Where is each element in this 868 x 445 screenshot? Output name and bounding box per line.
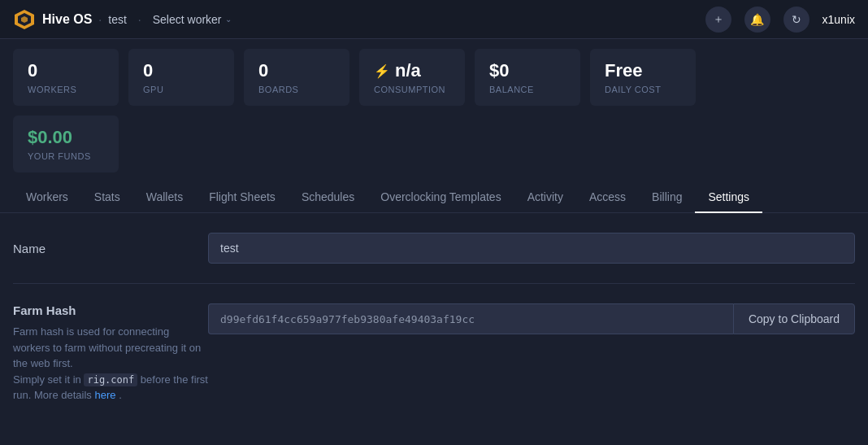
- stats-row: 0 WORKERS 0 GPU 0 BOARDS ⚡ n/a CONSUMPTI…: [0, 39, 868, 116]
- logo-text: Hive OS: [42, 12, 92, 27]
- farm-hash-desc-4: More details: [34, 389, 92, 401]
- tab-billing[interactable]: Billing: [639, 182, 695, 213]
- workers-value: 0: [28, 60, 104, 81]
- tab-access[interactable]: Access: [576, 182, 639, 213]
- farm-hash-description: Farm hash is used for connecting workers…: [13, 324, 208, 404]
- chevron-down-icon: ⌄: [225, 15, 232, 24]
- farm-hash-desc-1: Farm hash is used for connecting workers…: [13, 325, 201, 369]
- tab-wallets[interactable]: Wallets: [133, 182, 196, 213]
- logo: Hive OS: [13, 8, 92, 31]
- header: Hive OS · test · Select worker ⌄ ＋ 🔔 ↻ x…: [0, 0, 868, 39]
- refresh-button[interactable]: ↻: [783, 7, 809, 33]
- tabs-bar: Workers Stats Wallets Flight Sheets Sche…: [0, 182, 868, 213]
- workers-label: WORKERS: [28, 85, 104, 94]
- username: x1unix: [822, 13, 855, 26]
- balance-value: $0: [489, 60, 566, 81]
- consumption-card: ⚡ n/a CONSUMPTION: [359, 49, 465, 106]
- farm-hash-desc-2: Simply set it in: [13, 373, 81, 386]
- lightning-icon: ⚡: [374, 63, 390, 79]
- name-form-row: Name: [13, 233, 855, 284]
- funds-label: YOUR FUNDS: [28, 151, 104, 161]
- farm-hash-code: rig.conf: [84, 373, 137, 386]
- tab-overclocking[interactable]: Overclocking Templates: [367, 182, 514, 213]
- farm-hash-label-col: Farm Hash Farm hash is used for connecti…: [13, 303, 208, 404]
- add-button[interactable]: ＋: [705, 7, 731, 33]
- tab-workers[interactable]: Workers: [13, 182, 81, 213]
- tab-stats[interactable]: Stats: [81, 182, 133, 213]
- header-sep-1: ·: [98, 13, 102, 26]
- farm-hash-period: .: [119, 389, 122, 401]
- boards-card: 0 BOARDS: [244, 49, 349, 106]
- workers-card: 0 WORKERS: [13, 49, 119, 106]
- tab-schedules[interactable]: Schedules: [289, 182, 367, 213]
- boards-value: 0: [258, 60, 335, 81]
- consumption-label: CONSUMPTION: [374, 85, 450, 94]
- balance-label: BALANCE: [489, 85, 566, 94]
- header-sep-2: ·: [138, 13, 141, 26]
- gpu-label: GPU: [143, 85, 219, 94]
- header-right: ＋ 🔔 ↻ x1unix: [705, 7, 855, 33]
- name-label: Name: [13, 242, 208, 255]
- funds-value: $0.00: [28, 127, 104, 148]
- farm-hash-field-container: Copy to Clipboard: [208, 303, 855, 334]
- daily-cost-label: DAILY COST: [605, 85, 681, 94]
- gpu-card: 0 GPU: [128, 49, 234, 106]
- select-worker-dropdown[interactable]: Select worker ⌄: [153, 13, 232, 26]
- farm-hash-title: Farm Hash: [13, 303, 208, 317]
- farm-hash-link[interactable]: here: [94, 389, 115, 401]
- tab-flight-sheets[interactable]: Flight Sheets: [196, 182, 289, 213]
- tab-settings[interactable]: Settings: [695, 182, 762, 213]
- balance-card: $0 BALANCE: [475, 49, 580, 106]
- settings-content: Name Farm Hash Farm hash is used for con…: [0, 233, 868, 404]
- daily-cost-value: Free: [605, 60, 681, 81]
- farm-hash-input[interactable]: [208, 303, 733, 334]
- notifications-button[interactable]: 🔔: [744, 7, 770, 33]
- consumption-number: n/a: [395, 60, 421, 81]
- breadcrumb-farm: test: [108, 13, 127, 26]
- hiveos-logo-icon: [13, 8, 36, 31]
- daily-cost-card: Free DAILY COST: [590, 49, 696, 106]
- copy-to-clipboard-button[interactable]: Copy to Clipboard: [733, 303, 855, 334]
- funds-card: $0.00 YOUR FUNDS: [13, 116, 119, 172]
- stats-row-2: $0.00 YOUR FUNDS: [0, 116, 868, 182]
- farm-hash-row: Farm Hash Farm hash is used for connecti…: [13, 303, 855, 404]
- tab-activity[interactable]: Activity: [514, 182, 576, 213]
- gpu-value: 0: [143, 60, 219, 81]
- consumption-value: ⚡ n/a: [374, 60, 450, 81]
- name-input[interactable]: [208, 233, 855, 264]
- name-field-container: [208, 233, 855, 264]
- boards-label: BOARDS: [258, 85, 335, 94]
- breadcrumb: test · Select worker ⌄: [108, 13, 231, 26]
- select-worker-label: Select worker: [153, 13, 222, 26]
